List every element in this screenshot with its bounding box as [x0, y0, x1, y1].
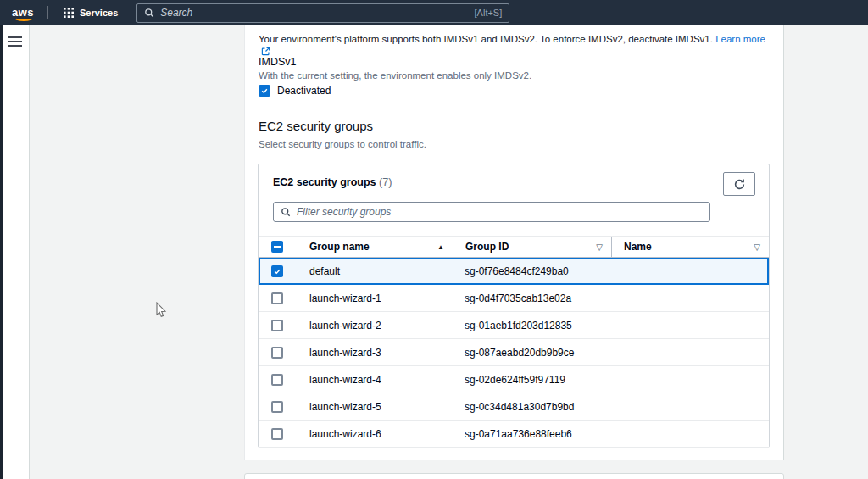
column-header-name[interactable]: Name ▽: [611, 237, 769, 257]
section-title: EC2 security groups: [259, 119, 373, 133]
row-checkbox[interactable]: [271, 401, 283, 413]
cell-group-id: sg-0d4f7035cab13e02a: [453, 292, 611, 304]
services-grid-icon: [64, 8, 74, 18]
aws-smile-icon: [14, 14, 34, 21]
cell-group-name: launch-wizard-1: [298, 292, 453, 304]
deactivated-checkbox-label: Deactivated: [277, 85, 331, 97]
table-row[interactable]: default sg-0f76e8484cf249ba0: [259, 258, 769, 285]
row-checkbox[interactable]: [271, 265, 283, 277]
collapsed-side-navigation: [0, 25, 30, 479]
cell-group-id: sg-0f76e8484cf249ba0: [453, 265, 611, 277]
column-filter-icon: ▽: [596, 242, 603, 252]
table-row[interactable]: launch-wizard-4 sg-02de624ff59f97119: [259, 366, 769, 393]
deactivated-checkbox[interactable]: [259, 85, 270, 97]
table-title: EC2 security groups (7): [273, 176, 392, 188]
imds-note-text: Your environment's platform supports bot…: [259, 33, 767, 58]
window-left-edge: [0, 25, 3, 479]
services-menu-button[interactable]: Services: [57, 0, 125, 25]
refresh-icon: [733, 178, 746, 191]
security-groups-table-card: EC2 security groups (7) Group name ▲ Gro…: [258, 164, 770, 448]
search-icon: [144, 8, 154, 18]
cell-group-name: launch-wizard-2: [298, 320, 453, 331]
cell-group-id: sg-0c34d481a30d7b9bd: [453, 401, 611, 413]
table-body: default sg-0f76e8484cf249ba0 launch-wiza…: [259, 258, 769, 448]
aws-logo[interactable]: aws: [12, 4, 37, 21]
imdsv1-deactivated-row: Deactivated: [259, 85, 331, 97]
mouse-cursor: [155, 302, 167, 319]
configuration-panel: Your environment's platform supports bot…: [244, 25, 784, 460]
imdsv1-field-label: IMDSv1: [259, 56, 296, 68]
column-header-group-name[interactable]: Group name ▲: [298, 237, 453, 257]
refresh-button[interactable]: [723, 172, 755, 196]
cell-group-name: launch-wizard-3: [298, 347, 453, 359]
row-checkbox[interactable]: [271, 428, 283, 440]
table-row[interactable]: launch-wizard-2 sg-01aeb1fd203d12835: [259, 312, 769, 339]
row-checkbox[interactable]: [271, 292, 283, 304]
row-checkbox[interactable]: [271, 320, 283, 331]
global-search-box[interactable]: [Alt+S]: [136, 3, 509, 23]
select-all-checkbox[interactable]: [271, 241, 283, 253]
imdsv1-field-description: With the current setting, the environmen…: [259, 70, 531, 81]
row-checkbox[interactable]: [271, 374, 283, 386]
cell-group-name: default: [298, 265, 453, 277]
filter-input[interactable]: [297, 206, 703, 218]
table-row-count: (7): [379, 176, 392, 188]
cell-group-name: launch-wizard-4: [298, 374, 453, 386]
filter-box[interactable]: [273, 202, 710, 222]
cell-group-id: sg-0a71aa736e88feeb6: [453, 428, 611, 440]
nav-divider: [47, 6, 48, 19]
cell-group-id: sg-02de624ff59f97119: [453, 374, 611, 386]
section-description: Select security groups to control traffi…: [259, 139, 426, 149]
table-row[interactable]: launch-wizard-6 sg-0a71aa736e88feeb6: [259, 421, 769, 448]
cell-group-name: launch-wizard-6: [298, 428, 453, 440]
filter-search-icon: [281, 207, 291, 217]
table-row[interactable]: launch-wizard-1 sg-0d4f7035cab13e02a: [259, 285, 769, 312]
menu-hamburger-icon[interactable]: [8, 36, 22, 49]
select-all-cell: [259, 237, 298, 257]
search-keyboard-shortcut: [Alt+S]: [475, 8, 503, 18]
table-row[interactable]: launch-wizard-3 sg-087aeabd20db9b9ce: [259, 339, 769, 366]
search-input[interactable]: [160, 7, 467, 19]
column-filter-icon: ▽: [754, 242, 760, 252]
cell-group-id: sg-01aeb1fd203d12835: [453, 320, 611, 331]
row-checkbox[interactable]: [271, 347, 283, 359]
table-row[interactable]: launch-wizard-5 sg-0c34d481a30d7b9bd: [259, 393, 769, 421]
table-header-row: Group name ▲ Group ID ▽ Name ▽: [259, 236, 769, 258]
sort-ascending-icon: ▲: [437, 243, 444, 251]
services-label: Services: [80, 8, 118, 18]
top-navigation-bar: aws Services [Alt+S]: [0, 0, 868, 25]
column-header-group-id[interactable]: Group ID ▽: [453, 237, 611, 257]
cell-group-name: launch-wizard-5: [298, 401, 453, 413]
cell-group-id: sg-087aeabd20db9b9ce: [453, 347, 611, 359]
external-link-icon: [261, 47, 270, 56]
next-section-panel: [244, 473, 784, 479]
